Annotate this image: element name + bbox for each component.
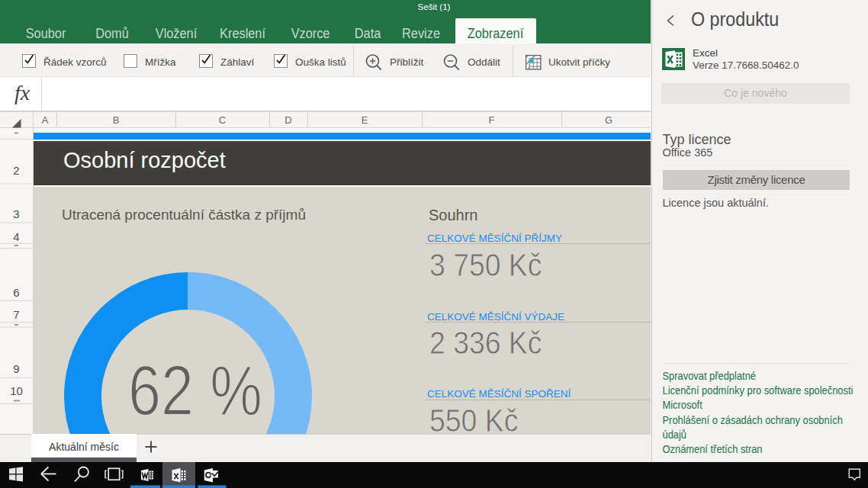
svg-text:G: G: [605, 114, 612, 126]
svg-text:2 336 Kč: 2 336 Kč: [429, 325, 542, 360]
svg-text:4: 4: [13, 230, 19, 243]
svg-text:2: 2: [13, 164, 19, 177]
svg-text:C: C: [219, 114, 226, 126]
svg-text:Microsoft: Microsoft: [663, 398, 702, 411]
svg-text:Licenční podmínky pro software: Licenční podmínky pro software společnos…: [663, 384, 854, 396]
svg-text:7: 7: [13, 308, 19, 321]
svg-text:3 750 Kč: 3 750 Kč: [429, 247, 542, 282]
svg-text:F: F: [489, 114, 495, 126]
svg-text:O produktu: O produktu: [691, 8, 779, 30]
svg-text:D: D: [285, 114, 291, 126]
svg-text:údajů: údajů: [663, 428, 687, 441]
svg-text:Oznámení třetích stran: Oznámení třetích stran: [663, 442, 763, 455]
svg-text:Spravovat předplatné: Spravovat předplatné: [663, 369, 757, 382]
svg-text:E: E: [362, 114, 368, 126]
svg-text:3: 3: [13, 207, 19, 220]
svg-text:6: 6: [13, 286, 19, 299]
svg-text:A: A: [42, 114, 49, 126]
svg-text:B: B: [113, 114, 120, 126]
svg-text:Prohlášení o zásadách ochrany: Prohlášení o zásadách ochrany osobních: [663, 413, 843, 426]
